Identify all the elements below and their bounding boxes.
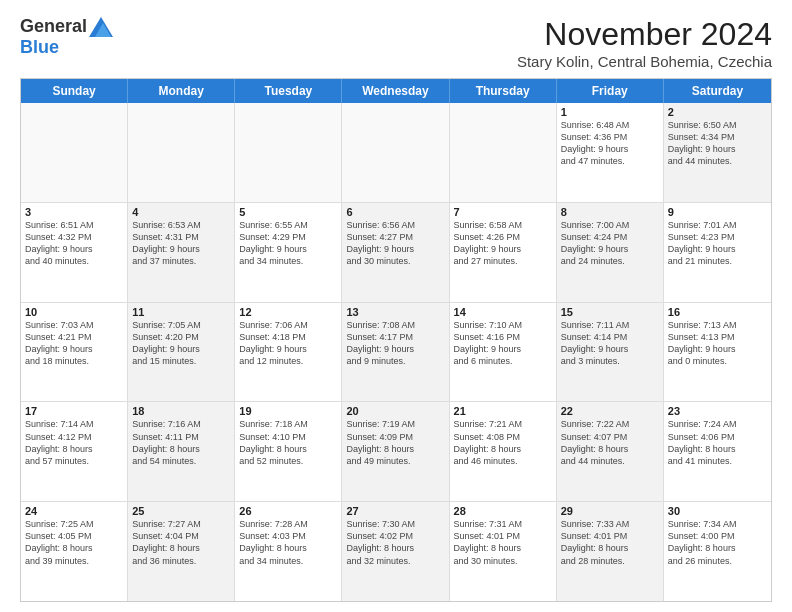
day-info: Sunrise: 6:58 AM Sunset: 4:26 PM Dayligh…: [454, 219, 552, 268]
calendar-row-3: 17Sunrise: 7:14 AM Sunset: 4:12 PM Dayli…: [21, 402, 771, 502]
calendar-cell: 19Sunrise: 7:18 AM Sunset: 4:10 PM Dayli…: [235, 402, 342, 501]
header-day-tuesday: Tuesday: [235, 79, 342, 103]
day-number: 3: [25, 206, 123, 218]
calendar-body: 1Sunrise: 6:48 AM Sunset: 4:36 PM Daylig…: [21, 103, 771, 601]
day-info: Sunrise: 6:48 AM Sunset: 4:36 PM Dayligh…: [561, 119, 659, 168]
calendar: SundayMondayTuesdayWednesdayThursdayFrid…: [20, 78, 772, 602]
calendar-header: SundayMondayTuesdayWednesdayThursdayFrid…: [21, 79, 771, 103]
calendar-cell: 26Sunrise: 7:28 AM Sunset: 4:03 PM Dayli…: [235, 502, 342, 601]
day-number: 12: [239, 306, 337, 318]
day-info: Sunrise: 7:11 AM Sunset: 4:14 PM Dayligh…: [561, 319, 659, 368]
logo-icon: [89, 17, 113, 37]
day-number: 13: [346, 306, 444, 318]
day-number: 8: [561, 206, 659, 218]
day-number: 26: [239, 505, 337, 517]
day-number: 17: [25, 405, 123, 417]
day-info: Sunrise: 7:00 AM Sunset: 4:24 PM Dayligh…: [561, 219, 659, 268]
calendar-cell: 22Sunrise: 7:22 AM Sunset: 4:07 PM Dayli…: [557, 402, 664, 501]
calendar-cell: 28Sunrise: 7:31 AM Sunset: 4:01 PM Dayli…: [450, 502, 557, 601]
day-number: 5: [239, 206, 337, 218]
day-number: 30: [668, 505, 767, 517]
calendar-cell: 4Sunrise: 6:53 AM Sunset: 4:31 PM Daylig…: [128, 203, 235, 302]
calendar-cell: 1Sunrise: 6:48 AM Sunset: 4:36 PM Daylig…: [557, 103, 664, 202]
calendar-cell: 29Sunrise: 7:33 AM Sunset: 4:01 PM Dayli…: [557, 502, 664, 601]
day-info: Sunrise: 6:55 AM Sunset: 4:29 PM Dayligh…: [239, 219, 337, 268]
day-number: 15: [561, 306, 659, 318]
day-number: 27: [346, 505, 444, 517]
calendar-cell: 7Sunrise: 6:58 AM Sunset: 4:26 PM Daylig…: [450, 203, 557, 302]
calendar-cell: 5Sunrise: 6:55 AM Sunset: 4:29 PM Daylig…: [235, 203, 342, 302]
calendar-cell: 16Sunrise: 7:13 AM Sunset: 4:13 PM Dayli…: [664, 303, 771, 402]
day-number: 25: [132, 505, 230, 517]
calendar-cell: 6Sunrise: 6:56 AM Sunset: 4:27 PM Daylig…: [342, 203, 449, 302]
header-day-monday: Monday: [128, 79, 235, 103]
calendar-cell: 14Sunrise: 7:10 AM Sunset: 4:16 PM Dayli…: [450, 303, 557, 402]
calendar-cell: 21Sunrise: 7:21 AM Sunset: 4:08 PM Dayli…: [450, 402, 557, 501]
day-info: Sunrise: 7:21 AM Sunset: 4:08 PM Dayligh…: [454, 418, 552, 467]
calendar-row-4: 24Sunrise: 7:25 AM Sunset: 4:05 PM Dayli…: [21, 502, 771, 601]
day-info: Sunrise: 7:05 AM Sunset: 4:20 PM Dayligh…: [132, 319, 230, 368]
header-day-thursday: Thursday: [450, 79, 557, 103]
calendar-cell: [450, 103, 557, 202]
calendar-cell: 12Sunrise: 7:06 AM Sunset: 4:18 PM Dayli…: [235, 303, 342, 402]
day-number: 16: [668, 306, 767, 318]
header-day-saturday: Saturday: [664, 79, 771, 103]
day-info: Sunrise: 7:10 AM Sunset: 4:16 PM Dayligh…: [454, 319, 552, 368]
calendar-cell: 24Sunrise: 7:25 AM Sunset: 4:05 PM Dayli…: [21, 502, 128, 601]
day-info: Sunrise: 7:18 AM Sunset: 4:10 PM Dayligh…: [239, 418, 337, 467]
calendar-cell: 30Sunrise: 7:34 AM Sunset: 4:00 PM Dayli…: [664, 502, 771, 601]
day-info: Sunrise: 7:27 AM Sunset: 4:04 PM Dayligh…: [132, 518, 230, 567]
day-number: 28: [454, 505, 552, 517]
header-day-friday: Friday: [557, 79, 664, 103]
day-number: 7: [454, 206, 552, 218]
day-info: Sunrise: 7:31 AM Sunset: 4:01 PM Dayligh…: [454, 518, 552, 567]
day-info: Sunrise: 7:19 AM Sunset: 4:09 PM Dayligh…: [346, 418, 444, 467]
calendar-cell: 10Sunrise: 7:03 AM Sunset: 4:21 PM Dayli…: [21, 303, 128, 402]
location: Stary Kolin, Central Bohemia, Czechia: [517, 53, 772, 70]
day-info: Sunrise: 7:30 AM Sunset: 4:02 PM Dayligh…: [346, 518, 444, 567]
day-number: 24: [25, 505, 123, 517]
calendar-cell: 17Sunrise: 7:14 AM Sunset: 4:12 PM Dayli…: [21, 402, 128, 501]
day-info: Sunrise: 6:50 AM Sunset: 4:34 PM Dayligh…: [668, 119, 767, 168]
day-number: 23: [668, 405, 767, 417]
day-number: 21: [454, 405, 552, 417]
day-number: 19: [239, 405, 337, 417]
day-info: Sunrise: 7:33 AM Sunset: 4:01 PM Dayligh…: [561, 518, 659, 567]
day-info: Sunrise: 7:08 AM Sunset: 4:17 PM Dayligh…: [346, 319, 444, 368]
day-info: Sunrise: 7:14 AM Sunset: 4:12 PM Dayligh…: [25, 418, 123, 467]
calendar-cell: 18Sunrise: 7:16 AM Sunset: 4:11 PM Dayli…: [128, 402, 235, 501]
header-day-sunday: Sunday: [21, 79, 128, 103]
logo-general: General: [20, 16, 87, 37]
day-number: 11: [132, 306, 230, 318]
calendar-cell: 11Sunrise: 7:05 AM Sunset: 4:20 PM Dayli…: [128, 303, 235, 402]
calendar-row-2: 10Sunrise: 7:03 AM Sunset: 4:21 PM Dayli…: [21, 303, 771, 403]
day-info: Sunrise: 7:24 AM Sunset: 4:06 PM Dayligh…: [668, 418, 767, 467]
day-number: 6: [346, 206, 444, 218]
calendar-cell: 8Sunrise: 7:00 AM Sunset: 4:24 PM Daylig…: [557, 203, 664, 302]
calendar-cell: 13Sunrise: 7:08 AM Sunset: 4:17 PM Dayli…: [342, 303, 449, 402]
header: General Blue November 2024 Stary Kolin, …: [20, 16, 772, 70]
day-info: Sunrise: 7:28 AM Sunset: 4:03 PM Dayligh…: [239, 518, 337, 567]
day-info: Sunrise: 6:51 AM Sunset: 4:32 PM Dayligh…: [25, 219, 123, 268]
day-number: 4: [132, 206, 230, 218]
day-info: Sunrise: 7:13 AM Sunset: 4:13 PM Dayligh…: [668, 319, 767, 368]
day-info: Sunrise: 7:25 AM Sunset: 4:05 PM Dayligh…: [25, 518, 123, 567]
calendar-cell: [342, 103, 449, 202]
day-number: 18: [132, 405, 230, 417]
calendar-cell: 25Sunrise: 7:27 AM Sunset: 4:04 PM Dayli…: [128, 502, 235, 601]
calendar-cell: 15Sunrise: 7:11 AM Sunset: 4:14 PM Dayli…: [557, 303, 664, 402]
page: General Blue November 2024 Stary Kolin, …: [0, 0, 792, 612]
day-info: Sunrise: 6:53 AM Sunset: 4:31 PM Dayligh…: [132, 219, 230, 268]
calendar-cell: [128, 103, 235, 202]
header-day-wednesday: Wednesday: [342, 79, 449, 103]
calendar-cell: 9Sunrise: 7:01 AM Sunset: 4:23 PM Daylig…: [664, 203, 771, 302]
day-info: Sunrise: 7:03 AM Sunset: 4:21 PM Dayligh…: [25, 319, 123, 368]
day-info: Sunrise: 7:22 AM Sunset: 4:07 PM Dayligh…: [561, 418, 659, 467]
logo: General Blue: [20, 16, 113, 58]
day-number: 9: [668, 206, 767, 218]
day-info: Sunrise: 7:01 AM Sunset: 4:23 PM Dayligh…: [668, 219, 767, 268]
calendar-cell: [235, 103, 342, 202]
calendar-cell: 20Sunrise: 7:19 AM Sunset: 4:09 PM Dayli…: [342, 402, 449, 501]
day-info: Sunrise: 7:34 AM Sunset: 4:00 PM Dayligh…: [668, 518, 767, 567]
day-number: 2: [668, 106, 767, 118]
